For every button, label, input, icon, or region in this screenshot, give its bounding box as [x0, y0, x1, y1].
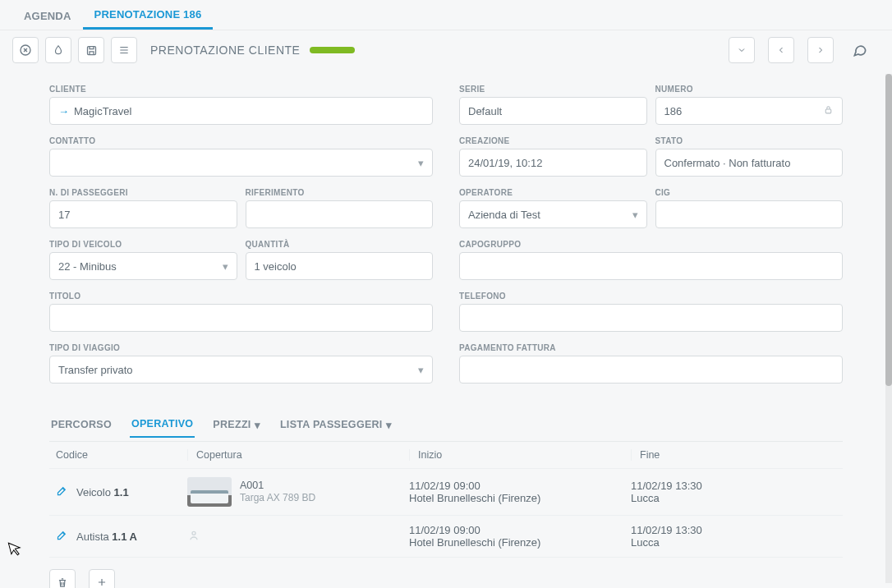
subtabs: PERCORSO OPERATIVO PREZZI ▾ LISTA PASSEG… — [49, 413, 843, 438]
table-row: Veicolo 1.1 A001 Targa AX 789 BD 11/02/1… — [49, 469, 843, 516]
codice-text: Veicolo 1.1 — [76, 486, 129, 498]
top-tabs: AGENDA PRENOTAZIONE 186 — [0, 0, 892, 30]
menu-icon[interactable] — [111, 37, 137, 63]
tipo-viaggio-field[interactable]: Transfer privato ▾ — [49, 356, 433, 384]
titolo-label: TITOLO — [49, 292, 433, 301]
save-icon[interactable] — [78, 37, 104, 63]
subtab-percorso[interactable]: PERCORSO — [49, 414, 113, 437]
person-icon — [187, 529, 200, 544]
svg-point-3 — [192, 531, 195, 535]
stato-value: Confermato · Non fatturato — [664, 157, 791, 169]
chevron-down-icon: ▾ — [255, 419, 260, 431]
quantita-value: 1 veicolo — [255, 260, 297, 273]
tipo-viaggio-value: Transfer privato — [58, 364, 133, 376]
copertura-main: A001 — [240, 479, 315, 492]
operatore-field[interactable]: Azienda di Test ▾ — [459, 200, 647, 228]
operatore-value: Azienda di Test — [468, 209, 540, 221]
creazione-field[interactable]: 24/01/19, 10:12 — [459, 149, 647, 177]
riferimento-label: RIFERIMENTO — [246, 188, 434, 197]
th-fine: Fine — [631, 449, 836, 461]
fine-place: Lucca — [631, 492, 836, 504]
prev-button[interactable] — [768, 37, 794, 63]
cliente-field[interactable]: → MagicTravel — [49, 97, 433, 125]
th-copertura: Copertura — [187, 449, 409, 461]
stato-field[interactable]: Confermato · Non fatturato — [655, 149, 844, 177]
fine-time: 11/02/19 13:30 — [631, 480, 836, 492]
passeggeri-value: 17 — [58, 209, 70, 221]
drop-icon[interactable] — [45, 37, 71, 63]
next-button[interactable] — [807, 37, 834, 63]
footer-actions — [49, 569, 843, 588]
titolo-field[interactable] — [49, 304, 433, 332]
inizio-time: 11/02/19 09:00 — [409, 524, 631, 536]
numero-value: 186 — [664, 105, 683, 117]
inizio-time: 11/02/19 09:00 — [409, 480, 631, 492]
serie-field[interactable]: Default — [459, 97, 647, 125]
riferimento-field[interactable] — [246, 200, 434, 228]
passeggeri-field[interactable]: 17 — [49, 200, 237, 228]
pagamento-label: PAGAMENTO FATTURA — [459, 343, 843, 352]
lock-icon — [823, 104, 834, 117]
status-pill — [310, 47, 355, 53]
th-inizio: Inizio — [409, 449, 631, 461]
stato-label: STATO — [655, 136, 844, 145]
subtab-lista-passeggeri[interactable]: LISTA PASSEGGERI ▾ — [278, 414, 393, 438]
chevron-down-icon: ▾ — [223, 260, 228, 273]
chevron-down-icon: ▾ — [632, 209, 638, 221]
capogruppo-label: CAPOGRUPPO — [459, 240, 843, 249]
tab-prenotazione[interactable]: PRENOTAZIONE 186 — [83, 0, 214, 30]
cliente-value: MagicTravel — [74, 105, 131, 117]
quantita-field[interactable]: 1 veicolo — [246, 252, 434, 280]
cig-field[interactable] — [655, 200, 844, 228]
chevron-down-icon: ▾ — [418, 364, 424, 376]
tipo-veicolo-value: 22 - Minibus — [58, 260, 117, 273]
subtab-operativo[interactable]: OPERATIVO — [130, 413, 195, 438]
svg-rect-1 — [87, 46, 95, 54]
contatto-label: CONTATTO — [49, 136, 433, 145]
passeggeri-label: N. DI PASSEGGERI — [49, 188, 237, 197]
codice-text: Autista 1.1 A — [76, 531, 137, 543]
numero-field[interactable]: 186 — [655, 97, 844, 125]
chevron-down-icon: ▾ — [386, 419, 392, 431]
subtab-prezzi-label: PREZZI — [213, 419, 251, 430]
table-row: Autista 1.1 A 11/02/19 09:00 Hotel Brune… — [49, 516, 843, 558]
inizio-place: Hotel Brunelleschi (Firenze) — [409, 492, 631, 504]
capogruppo-field[interactable] — [459, 252, 843, 280]
creazione-value: 24/01/19, 10:12 — [468, 157, 542, 169]
delete-button[interactable] — [49, 569, 76, 588]
edit-icon[interactable] — [56, 485, 68, 499]
quantita-label: QUANTITÀ — [246, 240, 434, 249]
page-title: PRENOTAZIONE CLIENTE — [150, 44, 300, 57]
close-icon[interactable] — [12, 37, 39, 63]
cliente-label: CLIENTE — [49, 85, 433, 94]
pagamento-field[interactable] — [459, 356, 843, 384]
chat-icon[interactable] — [847, 37, 873, 63]
subtab-prezzi[interactable]: PREZZI ▾ — [211, 414, 262, 438]
vehicle-thumbnail — [187, 477, 232, 507]
tab-agenda[interactable]: AGENDA — [12, 2, 83, 29]
content-area: CLIENTE → MagicTravel CONTATTO ▾ — [0, 70, 892, 588]
telefono-label: TELEFONO — [459, 292, 843, 301]
operativo-table: Codice Copertura Inizio Fine Veicolo 1.1… — [49, 441, 843, 558]
scrollbar[interactable] — [885, 74, 892, 583]
scrollbar-thumb[interactable] — [885, 74, 892, 386]
svg-rect-2 — [825, 109, 831, 113]
serie-label: SERIE — [459, 85, 647, 94]
copertura-sub: Targa AX 789 BD — [240, 492, 315, 505]
telefono-field[interactable] — [459, 304, 843, 332]
operatore-label: OPERATORE — [459, 188, 647, 197]
arrow-right-icon: → — [58, 105, 69, 117]
creazione-label: CREAZIONE — [459, 136, 647, 145]
dropdown-button[interactable] — [729, 37, 755, 63]
tipo-veicolo-field[interactable]: 22 - Minibus ▾ — [49, 252, 237, 280]
add-button[interactable] — [89, 569, 115, 588]
serie-value: Default — [468, 105, 502, 117]
cig-label: CIG — [655, 188, 844, 197]
contatto-field[interactable]: ▾ — [49, 149, 433, 177]
table-header: Codice Copertura Inizio Fine — [49, 442, 843, 469]
edit-icon[interactable] — [56, 529, 68, 544]
numero-label: NUMERO — [655, 85, 844, 94]
inizio-place: Hotel Brunelleschi (Firenze) — [409, 536, 631, 549]
tipo-viaggio-label: TIPO DI VIAGGIO — [49, 343, 433, 352]
fine-place: Lucca — [631, 536, 836, 549]
